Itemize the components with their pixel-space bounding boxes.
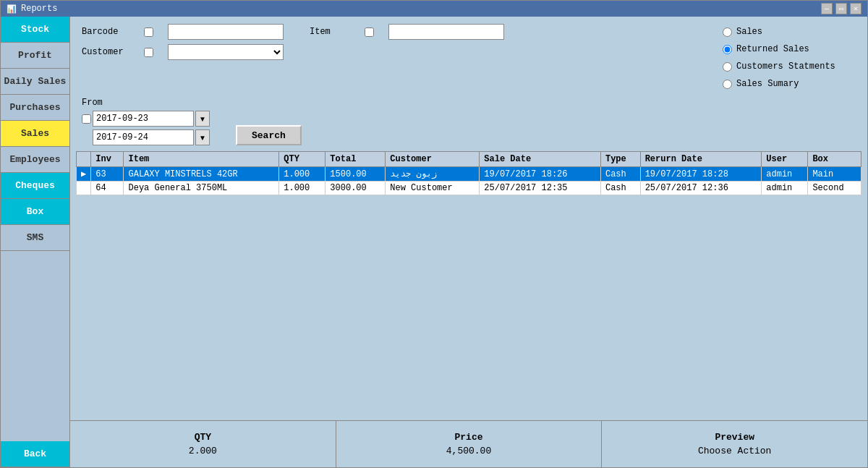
row-item-cell: Deya General 3750ML bbox=[124, 182, 279, 195]
barcode-label: Barcode bbox=[82, 27, 132, 37]
radio-panel: Sales Returned Sales Customers Statments… bbox=[711, 24, 856, 92]
footer-price: Price 4,500.00 bbox=[336, 421, 603, 467]
radio-sales-label: Sales bbox=[736, 27, 762, 37]
sidebar-item-stock[interactable]: Stock bbox=[1, 17, 69, 43]
radio-sales[interactable]: Sales bbox=[723, 27, 844, 37]
sidebar-item-purchases[interactable]: Purchases bbox=[1, 95, 69, 121]
price-label: Price bbox=[455, 432, 483, 443]
qty-value: 2.000 bbox=[189, 446, 217, 456]
row-inv-cell: 63 bbox=[91, 167, 124, 182]
date-row-2: ▼ bbox=[82, 129, 210, 145]
filter-section: Barcode Item Customer bbox=[82, 24, 711, 92]
item-input[interactable] bbox=[388, 24, 504, 40]
sidebar-item-cheques[interactable]: Cheques bbox=[1, 173, 69, 199]
search-button[interactable]: Search bbox=[236, 125, 302, 145]
row-arrow-cell: ▶ bbox=[77, 167, 91, 182]
close-button[interactable]: ✕ bbox=[850, 3, 861, 14]
item-checkbox[interactable] bbox=[365, 27, 374, 37]
content-area: Barcode Item Customer bbox=[70, 17, 867, 467]
barcode-input[interactable] bbox=[168, 24, 284, 40]
title-bar-controls: — ▭ ✕ bbox=[821, 3, 861, 14]
col-box: Box bbox=[808, 152, 861, 167]
footer-qty: QTY 2.000 bbox=[70, 421, 336, 467]
col-inv: Inv bbox=[91, 152, 124, 167]
footer: QTY 2.000 Price 4,500.00 Preview Choose … bbox=[70, 420, 867, 467]
row-arrow-cell bbox=[77, 182, 91, 195]
col-item: Item bbox=[124, 152, 279, 167]
sidebar-item-sms[interactable]: SMS bbox=[1, 225, 69, 251]
date-checkbox-1[interactable] bbox=[82, 114, 91, 124]
date-picker-btn-1[interactable]: ▼ bbox=[195, 111, 210, 127]
col-arrow bbox=[77, 152, 91, 167]
sidebar-item-sales[interactable]: Sales bbox=[1, 121, 69, 147]
from-label: From bbox=[82, 98, 210, 108]
table-row[interactable]: ▶63GALAXY MINSTRELS 42GR1.0001500.00زبون… bbox=[77, 167, 861, 182]
row-return-date-cell: 25/07/2017 12:36 bbox=[640, 182, 762, 195]
table-header-row: Inv Item QTY Total Customer Sale Date Ty… bbox=[77, 152, 861, 167]
radio-returned-sales-label: Returned Sales bbox=[736, 44, 809, 54]
sidebar-item-daily-sales[interactable]: Daily Sales bbox=[1, 69, 69, 95]
col-sale-date: Sale Date bbox=[480, 152, 601, 167]
title-bar: 📊 Reports — ▭ ✕ bbox=[1, 1, 867, 17]
customer-row: Customer bbox=[82, 44, 711, 60]
preview-label[interactable]: Preview bbox=[715, 432, 754, 443]
radio-returned-sales-input[interactable] bbox=[723, 45, 732, 54]
choose-action-label[interactable]: Choose Action bbox=[698, 446, 771, 456]
col-user: User bbox=[762, 152, 808, 167]
row-sale-date-cell: 25/07/2017 12:35 bbox=[480, 182, 601, 195]
row-box-cell: Main bbox=[808, 167, 861, 182]
row-total-cell: 1500.00 bbox=[326, 167, 386, 182]
footer-actions: Preview Choose Action bbox=[602, 421, 867, 467]
radio-sales-input[interactable] bbox=[723, 27, 732, 37]
sidebar-item-employees[interactable]: Employees bbox=[1, 147, 69, 173]
minimize-button[interactable]: — bbox=[821, 3, 833, 14]
row-type-cell: Cash bbox=[600, 182, 640, 195]
table-row[interactable]: 64Deya General 3750ML1.0003000.00New Cus… bbox=[77, 182, 861, 195]
table-body: ▶63GALAXY MINSTRELS 42GR1.0001500.00زبون… bbox=[77, 167, 861, 195]
customer-label: Customer bbox=[82, 47, 132, 57]
row-qty-cell: 1.000 bbox=[279, 182, 326, 195]
col-customer: Customer bbox=[386, 152, 480, 167]
sidebar-back-button[interactable]: Back bbox=[1, 441, 69, 467]
table-section: Inv Item QTY Total Customer Sale Date Ty… bbox=[70, 151, 867, 420]
price-value: 4,500.00 bbox=[446, 446, 491, 456]
sidebar-item-box[interactable]: Box bbox=[1, 199, 69, 225]
col-type: Type bbox=[600, 152, 640, 167]
barcode-item-row: Barcode Item bbox=[82, 24, 711, 40]
radio-returned-sales[interactable]: Returned Sales bbox=[723, 44, 844, 54]
row-inv-cell: 64 bbox=[91, 182, 124, 195]
main-area: Stock Profit Daily Sales Purchases Sales… bbox=[1, 17, 867, 467]
row-qty-cell: 1.000 bbox=[279, 167, 326, 182]
row-type-cell: Cash bbox=[600, 167, 640, 182]
row-user-cell: admin bbox=[762, 167, 808, 182]
radio-sales-summary[interactable]: Sales Sumary bbox=[723, 79, 844, 89]
customer-select[interactable] bbox=[168, 44, 284, 60]
row-return-date-cell: 19/07/2017 18:28 bbox=[640, 167, 762, 182]
radio-sales-summary-label: Sales Sumary bbox=[736, 79, 799, 89]
radio-sales-summary-input[interactable] bbox=[723, 80, 732, 89]
row-customer-cell: New Customer bbox=[386, 182, 480, 195]
radio-customers-statements[interactable]: Customers Statments bbox=[723, 61, 844, 72]
date-picker-btn-2[interactable]: ▼ bbox=[195, 129, 210, 145]
sidebar-item-profit[interactable]: Profit bbox=[1, 43, 69, 69]
window: 📊 Reports — ▭ ✕ Stock Profit Daily Sales… bbox=[0, 0, 868, 468]
row-total-cell: 3000.00 bbox=[326, 182, 386, 195]
customer-checkbox[interactable] bbox=[144, 48, 153, 57]
row-customer-cell: زبون جديد bbox=[386, 167, 480, 182]
barcode-checkbox[interactable] bbox=[144, 27, 153, 37]
col-total: Total bbox=[326, 152, 386, 167]
qty-label: QTY bbox=[195, 432, 211, 443]
date-input-1[interactable] bbox=[93, 111, 194, 127]
col-return-date: Rerurn Date bbox=[640, 152, 762, 167]
window-title: Reports bbox=[21, 4, 57, 14]
radio-customers-statements-label: Customers Statments bbox=[736, 61, 835, 72]
date-input-2[interactable] bbox=[93, 129, 194, 145]
row-item-cell: GALAXY MINSTRELS 42GR bbox=[124, 167, 279, 182]
item-label: Item bbox=[310, 27, 353, 37]
row-box-cell: Second bbox=[808, 182, 861, 195]
maximize-button[interactable]: ▭ bbox=[835, 3, 847, 14]
date-group: From ▼ ▼ bbox=[82, 98, 210, 145]
radio-customers-statements-input[interactable] bbox=[723, 62, 732, 72]
date-row-1: ▼ bbox=[82, 111, 210, 127]
col-qty: QTY bbox=[279, 152, 326, 167]
